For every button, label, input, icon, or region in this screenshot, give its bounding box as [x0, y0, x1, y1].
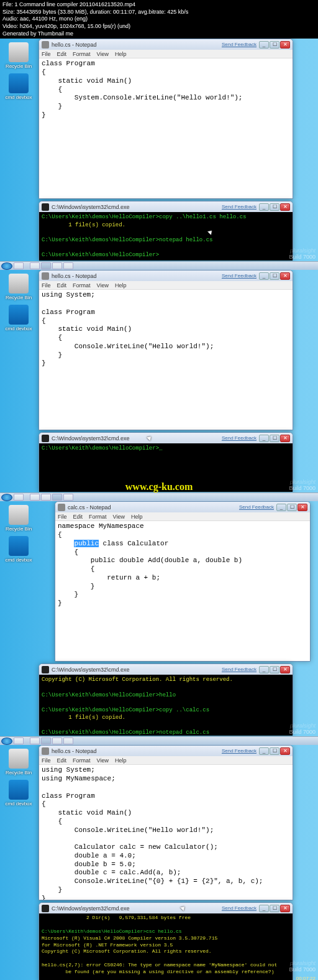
menu-file[interactable]: File	[42, 51, 51, 57]
menu-help[interactable]: Help	[131, 514, 143, 520]
taskbar[interactable]	[0, 492, 318, 501]
menu-edit[interactable]: Edit	[57, 282, 67, 289]
minimize-button[interactable]: _	[259, 435, 269, 442]
cmd-window[interactable]: C:\Windows\system32\cmd.exe Send Feedbac…	[39, 902, 293, 980]
send-feedback-link[interactable]: Send Feedback	[222, 667, 257, 672]
minimize-button[interactable]: _	[259, 666, 269, 673]
taskbar[interactable]	[0, 261, 318, 270]
notepad-menubar[interactable]: File Edit Format View Help	[39, 281, 293, 290]
cmd-titlebar[interactable]: C:\Windows\system32\cmd.exe Send Feedbac…	[39, 433, 293, 443]
notepad-menubar[interactable]: File Edit Format View Help	[55, 512, 310, 521]
notepad-menubar[interactable]: File Edit Format View Help	[39, 756, 293, 765]
cmd-shortcut-icon[interactable]: cmd devbox	[5, 305, 32, 331]
menu-help[interactable]: Help	[115, 282, 127, 289]
cmd-shortcut-icon[interactable]: cmd devbox	[5, 536, 32, 563]
notepad-window[interactable]: calc.cs - Notepad Send Feedback _ ☐ ✕ Fi…	[55, 501, 311, 662]
send-feedback-link[interactable]: Send Feedback	[222, 435, 257, 441]
notepad-titlebar[interactable]: hello.cs - Notepad Send Feedback _ ☐ ✕	[39, 270, 293, 281]
close-button[interactable]: ✕	[280, 272, 290, 280]
maximize-button[interactable]: ☐	[270, 747, 279, 755]
close-button[interactable]: ✕	[280, 435, 290, 442]
notepad-window[interactable]: hello.cs - Notepad Send Feedback _ ☐ ✕ F…	[39, 270, 293, 430]
taskbar-item[interactable]	[63, 494, 73, 501]
menu-format[interactable]: Format	[89, 514, 107, 520]
close-button[interactable]: ✕	[280, 666, 290, 673]
taskbar-item[interactable]	[63, 737, 73, 744]
taskbar-item[interactable]	[63, 262, 73, 269]
cmd-window[interactable]: C:\Windows\system32\cmd.exe Send Feedbac…	[39, 201, 293, 261]
taskbar-item-active[interactable]	[41, 262, 51, 269]
cmd-shortcut-icon[interactable]: cmd devbox	[5, 73, 32, 100]
notepad-window[interactable]: hello.cs - Notepad Send Feedback _ ☐ ✕ F…	[39, 39, 293, 199]
notepad-editor[interactable]: class Program { static void Main() { Sys…	[39, 58, 293, 198]
close-button[interactable]: ✕	[298, 504, 307, 511]
cmd-titlebar[interactable]: C:\Windows\system32\cmd.exe Send Feedbac…	[39, 201, 293, 212]
minimize-button[interactable]: _	[259, 203, 269, 211]
start-button[interactable]	[1, 262, 12, 270]
taskbar-item[interactable]	[41, 494, 51, 501]
recycle-bin-icon[interactable]: Recycle Bin	[5, 749, 32, 775]
cmd-console[interactable]: C:\Users\Keith\demos\HelloCompiler>copy …	[39, 212, 293, 261]
menu-edit[interactable]: Edit	[57, 757, 67, 764]
close-button[interactable]: ✕	[280, 747, 290, 755]
minimize-button[interactable]: _	[276, 504, 286, 511]
menu-format[interactable]: Format	[73, 51, 91, 57]
notepad-window[interactable]: hello.cs - Notepad Send Feedback _ ☐ ✕ F…	[39, 745, 293, 900]
minimize-button[interactable]: _	[259, 905, 269, 912]
menu-help[interactable]: Help	[115, 51, 127, 57]
cmd-titlebar[interactable]: C:\Windows\system32\cmd.exe Send Feedbac…	[39, 903, 293, 913]
menu-view[interactable]: View	[97, 757, 109, 764]
maximize-button[interactable]: ☐	[270, 905, 279, 912]
menu-help[interactable]: Help	[115, 757, 127, 764]
recycle-bin-icon[interactable]: Recycle Bin	[5, 42, 32, 69]
close-button[interactable]: ✕	[280, 203, 290, 211]
notepad-titlebar[interactable]: hello.cs - Notepad Send Feedback _ ☐ ✕	[39, 39, 293, 50]
menu-format[interactable]: Format	[73, 282, 91, 289]
taskbar[interactable]	[0, 736, 318, 745]
send-feedback-link[interactable]: Send Feedback	[239, 504, 274, 510]
close-button[interactable]: ✕	[280, 41, 290, 49]
menu-edit[interactable]: Edit	[73, 514, 83, 520]
cmd-titlebar[interactable]: C:\Windows\system32\cmd.exe Send Feedbac…	[39, 664, 293, 675]
send-feedback-link[interactable]: Send Feedback	[222, 204, 257, 210]
notepad-editor[interactable]: namespace MyNamespace { public class Cal…	[55, 521, 310, 661]
menu-format[interactable]: Format	[73, 757, 91, 764]
taskbar-item[interactable]	[52, 737, 62, 744]
taskbar-ie-icon[interactable]	[14, 262, 24, 269]
menu-view[interactable]: View	[97, 51, 109, 57]
menu-view[interactable]: View	[113, 514, 125, 520]
taskbar-item-active[interactable]	[52, 494, 62, 501]
maximize-button[interactable]: ☐	[270, 272, 279, 280]
recycle-bin-icon[interactable]: Recycle Bin	[5, 505, 32, 532]
minimize-button[interactable]: _	[259, 272, 269, 280]
taskbar-item[interactable]	[30, 262, 40, 269]
minimize-button[interactable]: _	[259, 41, 269, 49]
maximize-button[interactable]: ☐	[270, 41, 279, 49]
send-feedback-link[interactable]: Send Feedback	[222, 905, 257, 911]
menu-view[interactable]: View	[97, 282, 109, 289]
taskbar-item[interactable]	[30, 494, 40, 501]
maximize-button[interactable]: ☐	[270, 435, 279, 442]
cmd-console[interactable]: Copyright (C) Microsoft Corporation. All…	[39, 675, 293, 736]
send-feedback-link[interactable]: Send Feedback	[222, 273, 257, 279]
start-button[interactable]	[1, 737, 12, 745]
menu-file[interactable]: File	[42, 757, 51, 764]
notepad-titlebar[interactable]: calc.cs - Notepad Send Feedback _ ☐ ✕	[55, 502, 310, 512]
cmd-console[interactable]: 2 Dir(s) 9,579,331,584 bytes free C:\Use…	[39, 913, 293, 980]
taskbar-item[interactable]	[30, 737, 40, 744]
maximize-button[interactable]: ☐	[270, 666, 279, 673]
taskbar-ie-icon[interactable]	[14, 737, 24, 744]
taskbar-item-active[interactable]	[41, 737, 51, 744]
menu-file[interactable]: File	[58, 514, 67, 520]
cmd-shortcut-icon[interactable]: cmd devbox	[5, 780, 32, 807]
send-feedback-link[interactable]: Send Feedback	[222, 42, 257, 47]
start-button[interactable]	[1, 494, 12, 501]
taskbar-ie-icon[interactable]	[14, 494, 24, 501]
minimize-button[interactable]: _	[259, 747, 269, 755]
notepad-titlebar[interactable]: hello.cs - Notepad Send Feedback _ ☐ ✕	[39, 746, 293, 756]
cmd-window[interactable]: C:\Windows\system32\cmd.exe Send Feedbac…	[39, 663, 293, 736]
menu-edit[interactable]: Edit	[57, 51, 67, 57]
send-feedback-link[interactable]: Send Feedback	[222, 748, 257, 754]
maximize-button[interactable]: ☐	[270, 203, 279, 211]
notepad-menubar[interactable]: File Edit Format View Help	[39, 50, 293, 58]
